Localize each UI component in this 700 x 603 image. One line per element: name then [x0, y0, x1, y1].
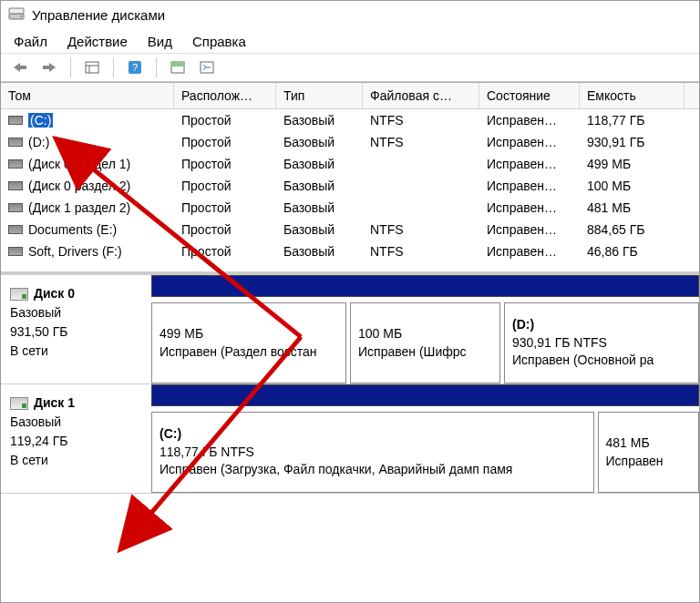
volume-status: Исправен… — [479, 153, 580, 175]
volume-status: Исправен… — [479, 240, 580, 262]
volume-type: Базовый — [276, 240, 363, 262]
volume-name: (Диск 0 раздел 1) — [28, 157, 130, 171]
back-button[interactable] — [8, 57, 32, 77]
toolbar-separator — [156, 57, 157, 77]
volume-type: Базовый — [276, 219, 363, 240]
view-bottom-button[interactable] — [195, 57, 219, 77]
volume-status: Исправен… — [479, 197, 580, 219]
menu-file[interactable]: Файл — [14, 34, 47, 49]
partition-status: Исправен (Шифрс — [358, 343, 492, 362]
disk-info[interactable]: Диск 0Базовый931,50 ГБВ сети — [1, 275, 151, 383]
partition-status: Исправен — [606, 453, 692, 471]
disk-layout-pane: Диск 0Базовый931,50 ГБВ сети499 МБИсправ… — [1, 271, 699, 494]
volume-icon — [8, 159, 23, 169]
partition[interactable]: 481 МБИсправен — [598, 412, 700, 493]
volume-status: Исправен… — [479, 219, 580, 240]
volume-type: Базовый — [276, 197, 363, 219]
disk-title: Диск 0 — [34, 284, 75, 303]
partition-size: 100 МБ — [358, 325, 492, 343]
disk-management-window: Управление дисками Файл Действие Вид Спр… — [0, 0, 700, 603]
volume-fs — [363, 175, 479, 197]
col-fs[interactable]: Файловая с… — [363, 83, 479, 108]
volume-status: Исправен… — [479, 109, 580, 131]
menu-view[interactable]: Вид — [148, 34, 172, 49]
svg-rect-4 — [43, 66, 49, 69]
partition[interactable]: 499 МБИсправен (Раздел восстан — [151, 302, 346, 383]
forward-button[interactable] — [37, 57, 61, 77]
volume-layout: Простой — [174, 153, 276, 175]
partition-name: (D:) — [512, 316, 691, 334]
volume-list-header: Том Располож… Тип Файловая с… Состояние … — [1, 83, 699, 109]
col-layout[interactable]: Располож… — [174, 83, 276, 108]
svg-rect-5 — [86, 62, 98, 73]
partition-size: 930,91 ГБ NTFS — [512, 334, 691, 353]
volume-name: Documents (E:) — [28, 222, 117, 237]
volume-capacity: 481 МБ — [580, 197, 685, 219]
col-volume[interactable]: Том — [1, 83, 174, 108]
volume-layout: Простой — [174, 240, 276, 262]
volume-row[interactable]: Documents (E:)ПростойБазовыйNTFSИсправен… — [1, 219, 699, 240]
menu-action[interactable]: Действие — [67, 34, 128, 49]
volume-capacity: 100 МБ — [580, 175, 685, 197]
volume-capacity: 499 МБ — [580, 153, 685, 175]
volume-fs — [363, 153, 479, 175]
volume-fs: NTFS — [363, 109, 479, 131]
svg-text:?: ? — [132, 62, 138, 73]
partition[interactable]: (C:)118,77 ГБ NTFSИсправен (Загрузка, Фа… — [151, 412, 594, 493]
volume-row[interactable]: (C:)ПростойБазовыйNTFSИсправен…118,77 ГБ — [1, 109, 699, 131]
volume-capacity: 46,86 ГБ — [580, 240, 685, 262]
view-top-button[interactable] — [166, 57, 190, 77]
volume-row[interactable]: Soft, Drivers (F:)ПростойБазовыйNTFSИспр… — [1, 240, 699, 262]
volume-row[interactable]: (Диск 1 раздел 2)ПростойБазовыйИсправен…… — [1, 197, 699, 219]
partition[interactable]: 100 МБИсправен (Шифрс — [350, 302, 500, 383]
volume-type: Базовый — [276, 153, 363, 175]
volume-status: Исправен… — [479, 131, 580, 153]
volume-icon — [8, 181, 23, 190]
volume-type: Базовый — [276, 109, 363, 131]
partition-size: 118,77 ГБ NTFS — [160, 444, 586, 462]
disk-info[interactable]: Диск 1Базовый119,24 ГБВ сети — [1, 384, 151, 493]
partition-status: Исправен (Основной ра — [512, 352, 691, 370]
col-type[interactable]: Тип — [276, 83, 363, 108]
volume-list[interactable]: Том Располож… Тип Файловая с… Состояние … — [1, 82, 699, 262]
volume-layout: Простой — [174, 109, 276, 131]
volume-icon — [8, 203, 23, 212]
volume-row[interactable]: (Диск 0 раздел 1)ПростойБазовыйИсправен…… — [1, 153, 699, 175]
disk-row: Диск 1Базовый119,24 ГБВ сети(C:)118,77 Г… — [1, 384, 699, 494]
menubar: Файл Действие Вид Справка — [1, 28, 699, 53]
volume-name: (Диск 0 раздел 2) — [28, 179, 130, 193]
disk-partitions: (C:)118,77 ГБ NTFSИсправен (Загрузка, Фа… — [151, 384, 699, 493]
disk-row: Диск 0Базовый931,50 ГБВ сети499 МБИсправ… — [1, 275, 699, 384]
partition-size: 481 МБ — [606, 434, 692, 453]
partition[interactable]: (D:)930,91 ГБ NTFSИсправен (Основной ра — [504, 302, 699, 383]
toolbar-separator — [70, 57, 71, 77]
volume-layout: Простой — [174, 197, 276, 219]
volume-icon — [8, 138, 23, 147]
partition-name: (C:) — [160, 425, 586, 444]
svg-rect-11 — [171, 62, 184, 66]
col-status[interactable]: Состояние — [479, 83, 580, 108]
col-capacity[interactable]: Емкость — [580, 83, 685, 108]
volume-name: (Диск 1 раздел 2) — [28, 200, 130, 215]
volume-capacity: 930,91 ГБ — [580, 131, 685, 153]
volume-icon — [8, 225, 23, 234]
disk-online: В сети — [10, 342, 142, 361]
disk-icon — [10, 397, 28, 410]
svg-rect-1 — [9, 8, 24, 14]
properties-button[interactable] — [80, 57, 104, 77]
toolbar: ? — [1, 53, 699, 82]
volume-fs: NTFS — [363, 219, 479, 240]
disk-online: В сети — [10, 451, 142, 470]
svg-point-2 — [20, 15, 22, 17]
help-button[interactable]: ? — [123, 57, 147, 77]
volume-layout: Простой — [174, 175, 276, 197]
menu-help[interactable]: Справка — [192, 34, 246, 49]
partition-status: Исправен (Загрузка, Файл подкачки, Авари… — [160, 461, 586, 479]
disk-title: Диск 1 — [34, 393, 75, 413]
disk-header-bar — [151, 384, 699, 406]
volume-icon — [8, 116, 23, 125]
volume-row[interactable]: (Диск 0 раздел 2)ПростойБазовыйИсправен…… — [1, 175, 699, 197]
volume-row[interactable]: (D:)ПростойБазовыйNTFSИсправен…930,91 ГБ — [1, 131, 699, 153]
app-title: Управление дисками — [32, 7, 165, 23]
partition-status: Исправен (Раздел восстан — [160, 343, 338, 362]
